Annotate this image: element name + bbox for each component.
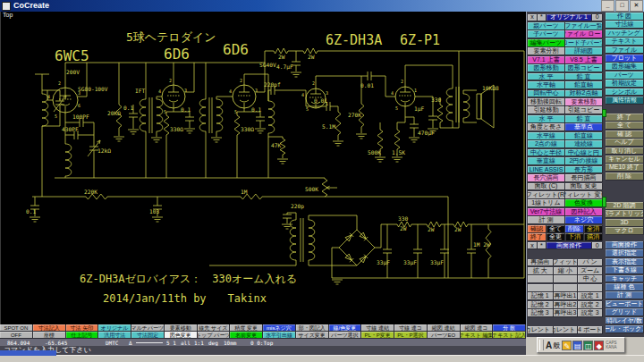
sidebar-button[interactable]: 再呼出3 bbox=[554, 309, 579, 317]
menu-button[interactable]: 表示指定 bbox=[606, 258, 644, 266]
menu-button[interactable]: ヘルプ bbox=[606, 139, 644, 147]
menu-button[interactable]: ファイル bbox=[606, 46, 644, 55]
menu-button[interactable]: キャッチ bbox=[606, 275, 644, 283]
macro-button[interactable]: トップ パーツ bbox=[198, 332, 231, 339]
macro-button[interactable]: 寸法固定 bbox=[131, 332, 165, 339]
sidebar-button[interactable]: 図形コピー bbox=[565, 64, 603, 72]
sidebar-button[interactable]: 垂直線 bbox=[528, 157, 565, 165]
sidebar-button[interactable]: 全更 bbox=[547, 233, 565, 241]
sidebar-button[interactable]: 親パーツ bbox=[528, 22, 565, 30]
sidebar-button[interactable]: 再呼出1 bbox=[554, 292, 579, 300]
sidebar-button[interactable]: 記憶 1 bbox=[528, 292, 554, 300]
minimize-button[interactable]: _ bbox=[601, 0, 614, 12]
drawing-canvas[interactable]: Top 5球ヘテロダイン6WC56D66D66Z-DH3A6Z-P16Z-DH3… bbox=[0, 12, 526, 324]
sidebar-button[interactable]: 全て bbox=[547, 225, 565, 233]
ime-drag-handle[interactable] bbox=[539, 340, 544, 350]
ime-properties-icon[interactable]: ◆ bbox=[594, 341, 604, 350]
macro-button[interactable]: 線/色変更 bbox=[329, 324, 362, 332]
sidebar-button[interactable]: 設定 1 bbox=[578, 292, 603, 300]
sidebar-button[interactable]: x bbox=[528, 242, 538, 250]
sidebar-button[interactable] bbox=[578, 284, 603, 292]
sidebar-button[interactable]: 下消 bbox=[565, 233, 584, 241]
menu-button[interactable]: テキスト bbox=[606, 38, 644, 46]
sidebar-button[interactable]: 確認 bbox=[528, 225, 547, 233]
sidebar-button[interactable]: 水平線 bbox=[528, 132, 565, 140]
sidebar-button[interactable]: フィレット(R) bbox=[528, 191, 565, 199]
sidebar-button[interactable]: 再呼出2 bbox=[554, 301, 579, 309]
menu-button[interactable]: 作 図 bbox=[606, 13, 644, 21]
sidebar-button[interactable]: 終了 bbox=[528, 233, 547, 241]
menu-button[interactable]: 属性情報 bbox=[606, 97, 644, 105]
menu-button[interactable]: 選択指定 bbox=[606, 249, 644, 257]
menu-button[interactable]: グリッド bbox=[606, 308, 644, 316]
sidebar-button[interactable]: 水 平 bbox=[528, 73, 565, 81]
sidebar-button[interactable]: 鉛直軸 bbox=[565, 81, 603, 89]
ime-conversion-mode-button[interactable]: 般 bbox=[553, 341, 560, 350]
sidebar-button[interactable]: ロード子パーツ bbox=[565, 39, 603, 47]
titlebar[interactable]: CoCreate _ □ ✕ bbox=[0, 0, 644, 12]
macro-button[interactable]: 図色変更 bbox=[165, 332, 198, 339]
menu-button[interactable]: 初期設定 bbox=[606, 80, 644, 88]
sidebar-button[interactable]: 描消 bbox=[584, 233, 603, 241]
menu-button[interactable]: ビューポート bbox=[606, 300, 644, 308]
sidebar-button[interactable]: 削除 bbox=[565, 225, 584, 233]
sidebar-button[interactable]: フィレット 変更 bbox=[565, 191, 603, 199]
menu-button[interactable]: シンボル bbox=[606, 88, 644, 97]
ime-pencil-icon[interactable]: ✎ bbox=[562, 341, 572, 350]
sidebar-button[interactable]: 要素分割 bbox=[528, 47, 565, 55]
macro-button[interactable]: 仕上記号 bbox=[66, 332, 99, 339]
sidebar-button[interactable]: 1線トリム bbox=[528, 199, 565, 207]
macro-button[interactable]: テキスト 記入 bbox=[493, 332, 526, 339]
sidebar-button[interactable]: V7.1 上書 bbox=[528, 56, 565, 64]
macro-button[interactable]: 縮図 連コ bbox=[461, 324, 494, 332]
sidebar-button[interactable]: ファイル ロード bbox=[565, 30, 603, 38]
sidebar-button[interactable] bbox=[554, 275, 579, 283]
sidebar-button[interactable]: 詳細図 bbox=[565, 47, 603, 55]
maximize-button[interactable]: □ bbox=[615, 0, 629, 12]
sidebar-button[interactable]: 2点の線 bbox=[528, 140, 565, 148]
menu-button[interactable]: 2D 階調 bbox=[606, 202, 644, 210]
menu-button[interactable]: プロット bbox=[606, 55, 644, 63]
macro-button[interactable]: PL・P選択 bbox=[394, 332, 428, 339]
sidebar-button[interactable]: 水 平 bbox=[528, 115, 565, 123]
sidebar-button[interactable]: * bbox=[538, 242, 547, 250]
menu-button[interactable]: パーツ bbox=[606, 72, 644, 80]
taskbar-active-item[interactable] bbox=[0, 350, 56, 356]
sidebar-button[interactable]: ネジ穴 bbox=[565, 216, 603, 224]
menu-button[interactable]: ハッチング bbox=[606, 29, 644, 38]
menu-button[interactable]: 全 て bbox=[606, 122, 644, 130]
menu-button[interactable]: パラメトリック bbox=[606, 210, 644, 218]
macro-button[interactable]: 寸線 連結 bbox=[361, 324, 394, 332]
sidebar-button[interactable]: 記憶 2 bbox=[528, 301, 554, 309]
macro-button[interactable]: 縮図 連結 bbox=[428, 324, 461, 332]
macro-button[interactable]: 分 散 bbox=[493, 324, 526, 332]
sidebar-button[interactable]: * bbox=[538, 14, 547, 22]
sidebar-button[interactable]: 拡 大 bbox=[528, 267, 554, 275]
sidebar-button[interactable]: 長円描画 bbox=[565, 174, 603, 182]
menu-button[interactable]: 寸法線 bbox=[606, 21, 644, 29]
macro-button[interactable]: PL・P変更 bbox=[361, 332, 394, 339]
sidebar-button[interactable]: カレント 1 bbox=[528, 326, 554, 334]
sidebar-button[interactable]: 長穴描画 bbox=[528, 174, 565, 182]
macro-button[interactable]: テキスト 編集 bbox=[461, 332, 494, 339]
sidebar-button[interactable]: 長方形 bbox=[565, 166, 603, 174]
sidebar-button[interactable]: 回転中心 bbox=[528, 90, 565, 98]
macro-button[interactable]: misネジ穴 bbox=[263, 324, 296, 332]
macro-button[interactable]: 水平引出線 bbox=[263, 332, 296, 339]
pane-splitter-handle[interactable] bbox=[602, 197, 606, 207]
close-button[interactable]: ✕ bbox=[630, 0, 643, 12]
sidebar-button[interactable]: 再描画 bbox=[528, 259, 554, 267]
macro-button[interactable]: パーツEO bbox=[428, 332, 461, 339]
sidebar-button[interactable]: 色変換 bbox=[565, 199, 603, 207]
sidebar-button[interactable]: 記憶 3 bbox=[528, 309, 554, 317]
macro-button[interactable]: 寸法記入 bbox=[33, 324, 66, 332]
sidebar-button[interactable]: 水平軸 bbox=[528, 81, 565, 89]
sidebar-button[interactable]: 引延移動 bbox=[528, 106, 565, 114]
sidebar-button[interactable]: 設定 3 bbox=[578, 309, 603, 317]
sidebar-button[interactable]: 鉛 直 bbox=[565, 73, 603, 81]
macro-button[interactable]: 精度 変更 bbox=[230, 324, 263, 332]
sidebar-button[interactable]: 4 ポート bbox=[578, 326, 603, 334]
sidebar-button[interactable]: パ ン bbox=[578, 259, 603, 267]
sidebar-button[interactable]: 縮 小 bbox=[554, 267, 579, 275]
sidebar-button[interactable]: 対称2点軸 bbox=[565, 90, 603, 98]
